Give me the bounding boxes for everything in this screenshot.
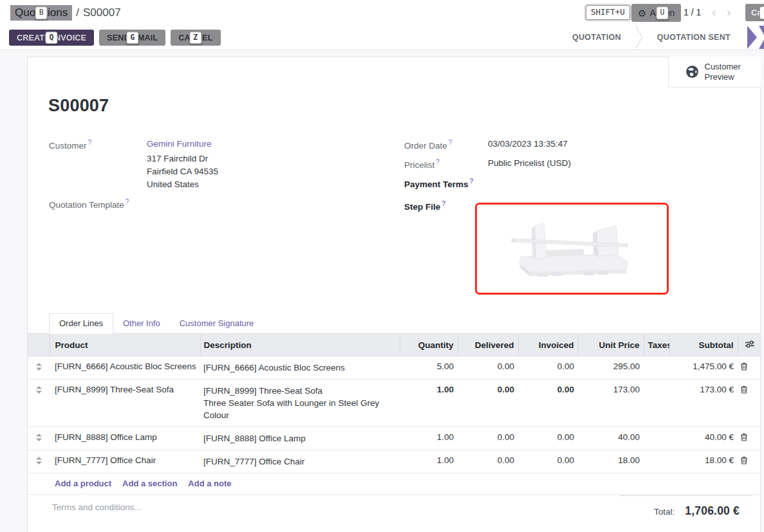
hotkey-badge-q: Q — [46, 32, 58, 44]
stage-quotation-sent[interactable]: QUOTATION SENT — [644, 26, 744, 49]
pager-next-icon[interactable]: › — [727, 3, 731, 21]
customer-link[interactable]: Gemini Furniture — [147, 139, 212, 149]
help-icon: ? — [126, 198, 129, 205]
delete-row-button[interactable] — [738, 450, 761, 473]
cell-product[interactable]: [FURN_6666] Acoustic Bloc Screens — [50, 356, 200, 380]
header-gutter — [28, 334, 50, 356]
cell-delivered[interactable]: 0.00 — [458, 427, 518, 450]
trash-icon — [740, 385, 748, 394]
cell-unit-price[interactable]: 295.00 — [578, 356, 644, 380]
delete-row-button[interactable] — [738, 380, 761, 427]
drag-handle-icon — [36, 457, 42, 464]
drag-handle-icon — [36, 386, 42, 394]
pricelist-field-label: Pricelist? — [404, 158, 440, 170]
header-description: Description — [200, 334, 400, 356]
cell-taxes[interactable] — [644, 380, 669, 427]
send-email-button[interactable]: SEND EMAIL G — [99, 30, 165, 46]
cell-delivered[interactable]: 0.00 — [458, 380, 518, 427]
order-date-value[interactable]: 03/03/2023 13:35:47 — [488, 139, 568, 149]
quotation-template-field-label: Quotation Template? — [49, 198, 129, 210]
gear-icon: ⚙ — [638, 8, 646, 18]
cancel-button[interactable]: CANCEL Z — [171, 30, 220, 46]
cell-product[interactable]: [FURN_8999] Three-Seat Sofa — [50, 380, 200, 427]
cell-quantity[interactable]: 1.00 — [400, 427, 458, 450]
cell-taxes[interactable] — [644, 356, 669, 380]
add-line-links: Add a product Add a section Add a note — [28, 473, 760, 495]
add-a-section-link[interactable]: Add a section — [122, 479, 177, 488]
address-line: United States — [147, 178, 218, 191]
order-lines-table: Product Description Quantity Delivered I… — [28, 334, 760, 495]
drag-handle[interactable] — [28, 356, 50, 380]
header-taxes: Taxes — [644, 334, 669, 356]
cell-description[interactable]: [FURN_8888] Office Lamp — [200, 427, 400, 450]
breadcrumb-quotations[interactable]: Quotations B — [10, 5, 72, 21]
cell-quantity[interactable]: 5.00 — [400, 356, 458, 380]
help-icon: ? — [436, 158, 440, 165]
stage-quotation[interactable]: QUOTATION — [559, 26, 635, 49]
tab-customer-signature[interactable]: Customer Signature — [170, 314, 264, 333]
create-invoice-button[interactable]: CREATE INVOICE Q — [9, 30, 94, 46]
trash-icon — [740, 433, 748, 441]
address-line: Fairfield CA 94535 — [147, 165, 218, 178]
order-date-field-label: Order Date? — [404, 139, 452, 151]
cell-taxes[interactable] — [644, 427, 669, 450]
pricelist-value[interactable]: Public Pricelist (USD) — [488, 158, 571, 168]
trash-icon — [740, 456, 748, 464]
drag-handle[interactable] — [28, 427, 50, 450]
action-menu-button[interactable]: ⚙ Action U — [631, 4, 681, 22]
cell-description[interactable]: [FURN_7777] Office Chair — [200, 450, 400, 473]
cell-invoiced[interactable]: 0.00 — [518, 380, 578, 427]
add-a-product-link[interactable]: Add a product — [55, 479, 111, 488]
hotkey-badge-g: G — [126, 32, 138, 44]
hotkey-badge-u: U — [657, 6, 669, 19]
pager-previous-icon[interactable]: ‹ — [712, 3, 716, 21]
add-a-note-link[interactable]: Add a note — [188, 479, 231, 488]
status-bar: QUOTATION QUOTATION SENT SALES ORDER — [559, 26, 764, 49]
step-file-field-label: Step File? — [404, 200, 445, 212]
active-stage-arrow-icon — [747, 26, 757, 49]
help-icon: ? — [449, 139, 452, 146]
delete-row-button[interactable] — [738, 356, 761, 380]
cell-product[interactable]: [FURN_8888] Office Lamp — [50, 427, 200, 450]
address-line: 317 Fairchild Dr — [147, 152, 218, 165]
drag-handle[interactable] — [28, 450, 50, 473]
cell-delivered[interactable]: 0.00 — [458, 450, 518, 473]
stage-sales-order[interactable]: SALES ORDER — [759, 26, 764, 49]
cell-quantity[interactable]: 1.00 — [400, 450, 458, 473]
order-title: S00007 — [48, 96, 109, 116]
customer-preview-button[interactable]: Customer Preview — [668, 57, 761, 87]
tab-other-info[interactable]: Other Info — [113, 314, 170, 333]
cell-unit-price[interactable]: 173.00 — [578, 380, 644, 427]
cell-unit-price[interactable]: 18.00 — [578, 450, 644, 473]
payment-terms-field-label: Payment Terms? — [404, 178, 474, 189]
cell-invoiced[interactable]: 0.00 — [518, 356, 578, 380]
table-header-row: Product Description Quantity Delivered I… — [28, 334, 761, 356]
delete-row-button[interactable] — [738, 427, 761, 450]
step-file-image[interactable] — [475, 203, 669, 295]
optional-columns-button[interactable] — [738, 334, 761, 356]
cell-invoiced[interactable]: 0.00 — [518, 427, 578, 450]
total-label: Total: — [654, 507, 675, 517]
cell-taxes[interactable] — [644, 450, 669, 473]
drag-handle[interactable] — [28, 380, 50, 427]
control-panel-bar: CREATE INVOICE Q SEND EMAIL G CANCEL Z Q… — [0, 26, 764, 50]
hotkey-badge-shift-u: SHIFT+U — [586, 5, 630, 20]
cell-description[interactable]: [FURN_6666] Acoustic Bloc Screens — [200, 356, 400, 380]
top-nav-bar: Quotations B / S00007 SHIFT+U ⚙ Action U… — [0, 0, 764, 26]
header-quantity: Quantity — [400, 334, 458, 356]
header-subtotal: Subtotal — [669, 334, 738, 356]
cell-description[interactable]: [FURN_8999] Three-Seat Sofa Three Seater… — [200, 380, 400, 427]
cell-product[interactable]: [FURN_7777] Office Chair — [50, 450, 200, 473]
cell-subtotal: 40.00 € — [669, 427, 738, 450]
cell-unit-price[interactable]: 40.00 — [578, 427, 644, 450]
tab-order-lines[interactable]: Order Lines — [49, 313, 113, 334]
cell-delivered[interactable]: 0.00 — [458, 356, 518, 380]
create-button[interactable]: Create C — [745, 4, 764, 21]
action-buttons-group: CREATE INVOICE Q SEND EMAIL G CANCEL Z — [9, 30, 221, 46]
cell-invoiced[interactable]: 0.00 — [518, 450, 578, 473]
cell-quantity[interactable]: 1.00 — [400, 380, 458, 427]
step-file-3d-render — [501, 217, 643, 281]
header-product: Product — [50, 334, 200, 356]
terms-and-conditions-placeholder[interactable]: Terms and conditions... — [52, 502, 142, 512]
cell-subtotal: 173.00 € — [669, 380, 738, 427]
